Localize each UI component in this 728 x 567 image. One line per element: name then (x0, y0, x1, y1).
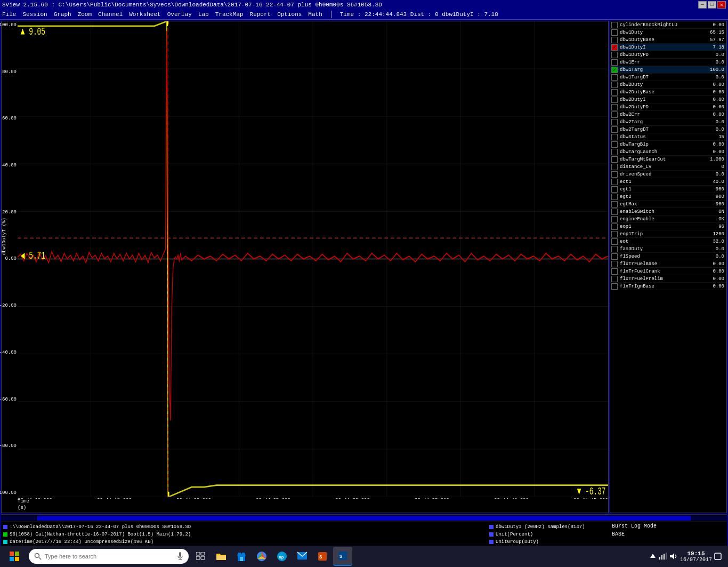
menu-overlay[interactable]: Overlay (167, 11, 192, 18)
channel-row[interactable]: dbw2Targ0.0 (610, 118, 726, 126)
channel-checkbox[interactable] (611, 141, 618, 148)
mail-button[interactable] (293, 547, 312, 566)
menu-trackmap[interactable]: TrackMap (215, 11, 244, 18)
channel-checkbox[interactable] (611, 246, 618, 252)
search-input[interactable] (45, 553, 174, 560)
channel-row[interactable]: egtMax900 (610, 201, 726, 208)
chart-plot-area[interactable]: ▲ 9.05 ◀ 5.71 ▼ -6.37 (18, 21, 608, 497)
channel-row[interactable]: dbw2TargDT0.0 (610, 126, 726, 133)
scroll-thumb[interactable] (37, 516, 691, 521)
channel-checkbox[interactable] (611, 89, 618, 95)
menu-math[interactable]: Math (308, 11, 322, 18)
scroll-track[interactable] (1, 516, 727, 521)
channel-checkbox[interactable] (611, 209, 618, 215)
channel-row[interactable]: dbw2DutyI0.00 (610, 96, 726, 103)
channel-checkbox[interactable] (611, 74, 618, 81)
chart-container[interactable]: 100.00 80.00 60.00 40.00 20.00 0.00 -20.… (1, 21, 609, 513)
channel-checkbox[interactable] (611, 231, 618, 237)
channel-checkbox[interactable] (611, 104, 618, 110)
channel-checkbox[interactable]: ✓ (611, 44, 618, 51)
channel-row[interactable]: drivenSpeed0.0 (610, 171, 726, 178)
channel-checkbox[interactable]: ✓ (611, 67, 618, 73)
channel-checkbox[interactable] (611, 52, 618, 58)
menu-options[interactable]: Options (277, 11, 302, 18)
channel-checkbox[interactable] (611, 179, 618, 185)
channel-row[interactable]: dbw2DutyPD0.00 (610, 103, 726, 111)
channel-checkbox[interactable] (611, 97, 618, 103)
minimize-button[interactable]: — (698, 1, 707, 9)
file-explorer-button[interactable] (212, 547, 231, 566)
channel-row[interactable]: dbwStatus15 (610, 133, 726, 141)
channel-row[interactable]: dbw1Duty65.15 (610, 29, 726, 36)
notification-icon[interactable] (714, 553, 722, 560)
menu-graph[interactable]: Graph (54, 11, 71, 18)
channel-checkbox[interactable] (611, 149, 618, 155)
menu-worksheet[interactable]: Worksheet (129, 11, 160, 18)
channel-row[interactable]: eop196 (610, 223, 726, 230)
menu-report[interactable]: Report (250, 11, 271, 18)
channel-checkbox[interactable] (611, 82, 618, 88)
volume-icon[interactable] (669, 553, 678, 560)
channel-row[interactable]: flxTrFuelBase0.00 (610, 260, 726, 268)
channel-row[interactable]: flSpeed0.0 (610, 253, 726, 260)
channel-checkbox[interactable] (611, 238, 618, 245)
channel-checkbox[interactable] (611, 126, 618, 133)
channel-row[interactable]: distance_LV0 (610, 163, 726, 171)
channel-row[interactable]: dbw1DutyPD0.0 (610, 51, 726, 59)
channel-checkbox[interactable] (611, 194, 618, 200)
channel-row[interactable]: ect140.0 (610, 178, 726, 186)
channel-checkbox[interactable] (611, 37, 618, 43)
channel-checkbox[interactable] (611, 171, 618, 178)
channel-checkbox[interactable] (611, 186, 618, 193)
menu-zoom[interactable]: Zoom (78, 11, 92, 18)
channel-row[interactable]: dbw2DutyBase0.00 (610, 89, 726, 96)
channel-row[interactable]: cylinderKnockRightLU0.00 (610, 21, 726, 29)
hp-button[interactable]: hp (272, 547, 292, 566)
channel-checkbox[interactable] (611, 283, 618, 290)
channel-row[interactable]: dbw1TargDT0.0 (610, 74, 726, 81)
menu-lap[interactable]: Lap (198, 11, 209, 18)
channel-checkbox[interactable] (611, 276, 618, 282)
channel-row[interactable]: dbwTargMtGearCut1.000 (610, 156, 726, 163)
scroll-bar[interactable] (1, 514, 727, 522)
channel-checkbox[interactable] (611, 164, 618, 170)
channel-checkbox[interactable] (611, 268, 618, 275)
channel-row[interactable]: flxTrFuelPrelim0.00 (610, 275, 726, 283)
channel-row[interactable]: dbwTargLaunch0.00 (610, 148, 726, 156)
channel-checkbox[interactable] (611, 111, 618, 118)
maximize-button[interactable]: □ (708, 1, 716, 9)
search-box[interactable] (29, 549, 189, 564)
chrome-button[interactable] (252, 547, 271, 566)
channel-row[interactable]: dbw2Duty0.00 (610, 81, 726, 89)
sview1-button[interactable]: S (313, 547, 332, 566)
channel-checkbox[interactable] (611, 223, 618, 230)
task-view-button[interactable] (191, 547, 211, 566)
channel-row[interactable]: ✓dbw1DutyI7.18 (610, 44, 726, 51)
menu-file[interactable]: File (2, 11, 16, 18)
channel-row[interactable]: dbwTargBlp0.00 (610, 141, 726, 148)
channel-row[interactable]: eot32.0 (610, 238, 726, 245)
channel-row[interactable]: dbw1DutyBase57.97 (610, 36, 726, 44)
channel-checkbox[interactable] (611, 29, 618, 36)
channel-checkbox[interactable] (611, 261, 618, 267)
network-icon[interactable] (659, 553, 667, 560)
start-button[interactable] (3, 547, 26, 566)
channel-row[interactable]: ✓dbw1Targ100.0 (610, 66, 726, 74)
channel-row[interactable]: egt1900 (610, 186, 726, 193)
close-button[interactable]: ✕ (717, 1, 726, 9)
tray-clock[interactable]: 19:15 16/07/2017 (680, 550, 712, 563)
channel-checkbox[interactable] (611, 119, 618, 125)
store-button[interactable] (232, 547, 251, 566)
sview2-button[interactable]: S (333, 547, 352, 566)
channel-checkbox[interactable] (611, 156, 618, 163)
channel-row[interactable]: eop1Trip1200 (610, 230, 726, 238)
channel-checkbox[interactable] (611, 59, 618, 66)
channel-row[interactable]: fan3Duty0.0 (610, 245, 726, 253)
up-arrow-icon[interactable] (649, 553, 657, 560)
menu-channel[interactable]: Channel (98, 11, 123, 18)
channel-row[interactable]: flxTrIgnBase0.00 (610, 283, 726, 290)
channel-row[interactable]: enableSwitchON (610, 208, 726, 215)
channel-checkbox[interactable] (611, 134, 618, 140)
channel-row[interactable]: dbw2Err0.00 (610, 111, 726, 118)
channel-checkbox[interactable] (611, 216, 618, 222)
